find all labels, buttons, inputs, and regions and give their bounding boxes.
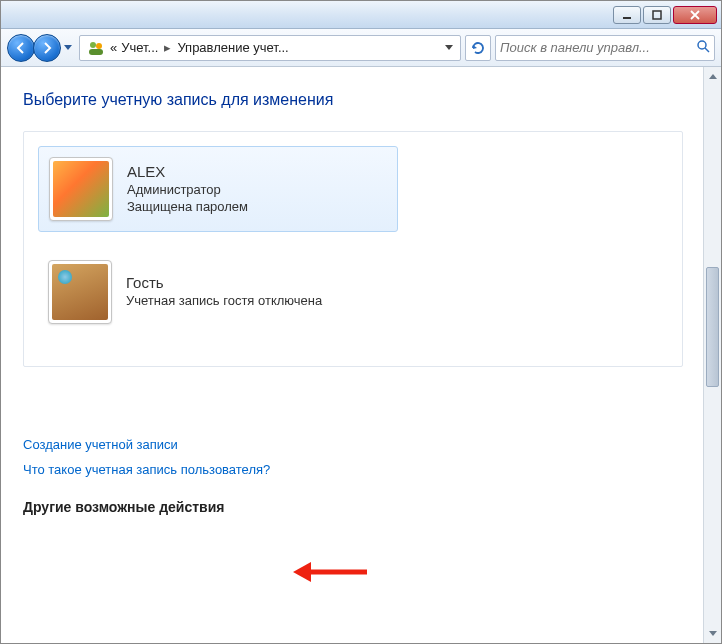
- account-info: Гость Учетная запись гостя отключена: [126, 274, 322, 310]
- back-button[interactable]: [7, 34, 35, 62]
- nav-arrows: [7, 34, 75, 62]
- avatar: [48, 260, 112, 324]
- search-input[interactable]: [500, 40, 696, 55]
- window: « Учет... ▸ Управление учет... Выберите …: [0, 0, 722, 644]
- breadcrumb-seg2[interactable]: Управление учет...: [177, 40, 288, 55]
- close-button[interactable]: [673, 6, 717, 24]
- minimize-button[interactable]: [613, 6, 641, 24]
- account-info: ALEX Администратор Защищена паролем: [127, 163, 248, 216]
- scroll-thumb[interactable]: [706, 267, 719, 387]
- svg-rect-4: [89, 49, 103, 55]
- account-role: Учетная запись гостя отключена: [126, 293, 322, 310]
- scroll-down-icon[interactable]: [704, 625, 721, 643]
- search-icon: [696, 39, 710, 57]
- page-title: Выберите учетную запись для изменения: [23, 91, 683, 109]
- vertical-scrollbar[interactable]: [703, 67, 721, 643]
- account-item-guest[interactable]: Гость Учетная запись гостя отключена: [38, 250, 398, 334]
- breadcrumb-dropdown[interactable]: [440, 45, 458, 51]
- account-name: Гость: [126, 274, 322, 291]
- whatis-account-link[interactable]: Что такое учетная запись пользователя?: [23, 462, 683, 477]
- nav-history-dropdown[interactable]: [61, 38, 75, 58]
- forward-button[interactable]: [33, 34, 61, 62]
- svg-point-3: [96, 43, 102, 49]
- account-item-alex[interactable]: ALEX Администратор Защищена паролем: [38, 146, 398, 232]
- search-box[interactable]: [495, 35, 715, 61]
- navbar: « Учет... ▸ Управление учет...: [1, 29, 721, 67]
- avatar: [49, 157, 113, 221]
- breadcrumb-prefix: «: [110, 40, 117, 55]
- svg-rect-1: [653, 11, 661, 19]
- svg-rect-0: [623, 17, 631, 19]
- account-status: Защищена паролем: [127, 199, 248, 216]
- account-name: ALEX: [127, 163, 248, 180]
- chevron-right-icon: ▸: [164, 40, 171, 55]
- avatar-image-suitcase: [52, 264, 108, 320]
- refresh-button[interactable]: [465, 35, 491, 61]
- svg-point-2: [90, 42, 96, 48]
- create-account-link[interactable]: Создание учетной записи: [23, 437, 683, 452]
- red-arrow-annotation: [289, 559, 369, 585]
- svg-point-5: [698, 41, 706, 49]
- breadcrumb-seg1[interactable]: Учет...: [121, 40, 158, 55]
- content-area: Выберите учетную запись для изменения AL…: [1, 67, 721, 643]
- avatar-image-flower: [53, 161, 109, 217]
- footer-heading: Другие возможные действия: [23, 499, 683, 515]
- account-role: Администратор: [127, 182, 248, 199]
- breadcrumb[interactable]: « Учет... ▸ Управление учет...: [79, 35, 461, 61]
- users-icon: [86, 38, 106, 58]
- content: Выберите учетную запись для изменения AL…: [1, 67, 703, 643]
- maximize-button[interactable]: [643, 6, 671, 24]
- scroll-up-icon[interactable]: [704, 67, 721, 85]
- titlebar: [1, 1, 721, 29]
- accounts-panel: ALEX Администратор Защищена паролем Гост…: [23, 131, 683, 367]
